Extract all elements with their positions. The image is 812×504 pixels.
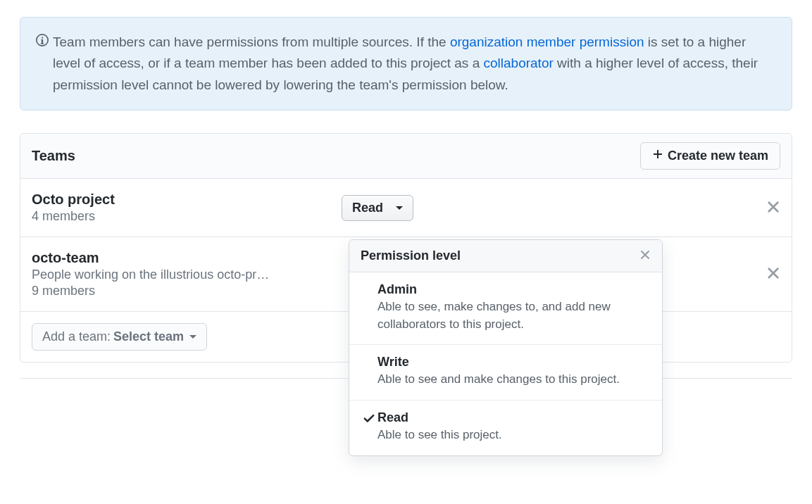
team-info: octo-team People working on the illustri…: [32, 250, 342, 298]
add-team-select[interactable]: Add a team: Select team: [32, 323, 207, 351]
option-body: Admin Able to see, make changes to, and …: [377, 282, 651, 333]
info-icon: [36, 34, 49, 46]
team-name: Octo project: [32, 191, 342, 208]
popover-title: Permission level: [361, 248, 461, 263]
permission-option-admin[interactable]: Admin Able to see, make changes to, and …: [349, 272, 662, 345]
close-icon: [766, 266, 780, 280]
caret-down-icon: [396, 206, 403, 210]
option-body: Read Able to see this project.: [377, 410, 651, 444]
option-title: Admin: [377, 282, 651, 297]
banner-text-segment: Team members can have permissions from m…: [53, 34, 450, 49]
create-team-label: Create new team: [668, 149, 768, 163]
team-name: octo-team: [32, 250, 342, 266]
add-team-label: Select team: [113, 329, 184, 344]
permission-option-write[interactable]: Write Able to see and make changes to th…: [349, 345, 662, 401]
team-permission-cell: Read: [342, 195, 755, 221]
teams-header: Teams Create new team: [20, 134, 792, 179]
check-icon: [363, 412, 375, 424]
close-icon: [639, 249, 651, 260]
option-desc: Able to see this project.: [377, 427, 651, 444]
org-member-permission-link[interactable]: organization member permission: [450, 34, 644, 49]
permissions-info-banner: Team members can have permissions from m…: [20, 17, 792, 111]
permission-label: Read: [352, 201, 383, 215]
option-desc: Able to see and make changes to this pro…: [377, 371, 651, 389]
create-new-team-button[interactable]: Create new team: [640, 142, 780, 170]
plus-icon: [652, 149, 663, 163]
option-desc: Able to see, make changes to, and add ne…: [377, 298, 651, 333]
option-body: Write Able to see and make changes to th…: [377, 355, 651, 389]
check-slot: [361, 412, 377, 424]
team-row: Octo project 4 members Read: [20, 179, 792, 237]
remove-team-button[interactable]: [766, 200, 780, 216]
team-info: Octo project 4 members: [32, 191, 342, 224]
teams-title: Teams: [32, 148, 75, 164]
option-title: Write: [377, 355, 651, 370]
team-desc: People working on the illustrious octo-p…: [32, 267, 342, 282]
collaborator-link[interactable]: collaborator: [484, 56, 554, 70]
remove-team-button[interactable]: [766, 266, 780, 282]
popover-header: Permission level: [349, 240, 662, 272]
team-members: 9 members: [32, 284, 342, 298]
permission-option-read[interactable]: Read Able to see this project.: [349, 401, 662, 455]
permission-dropdown-button[interactable]: Read: [342, 195, 413, 221]
team-members: 4 members: [32, 209, 342, 224]
popover-close-button[interactable]: [639, 249, 651, 263]
add-team-prefix: Add a team:: [42, 329, 111, 344]
permission-level-popover: Permission level Admin Able to see, make…: [349, 239, 663, 456]
close-icon: [766, 200, 780, 214]
caret-down-icon: [189, 335, 196, 339]
banner-text: Team members can have permissions from m…: [53, 32, 776, 96]
option-title: Read: [377, 410, 651, 425]
